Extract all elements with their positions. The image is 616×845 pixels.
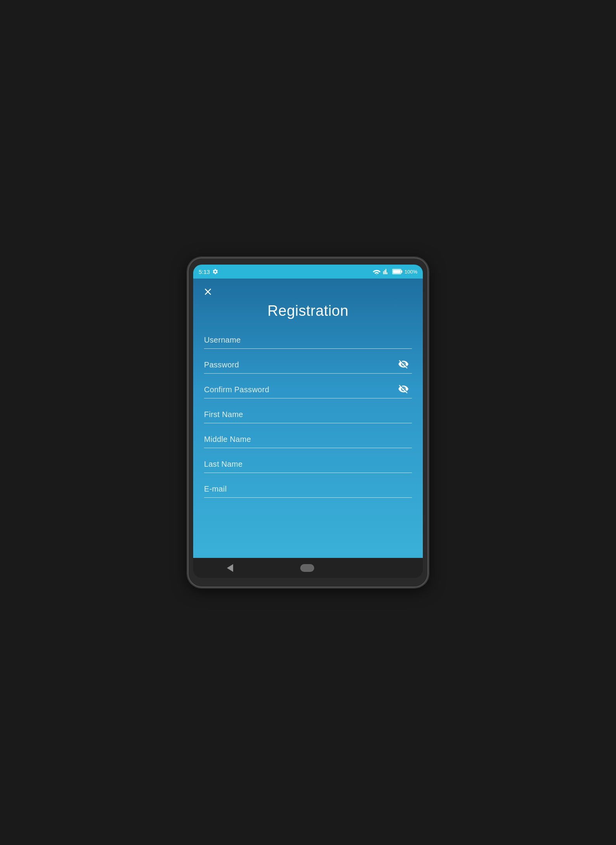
eye-off-icon-2 bbox=[398, 383, 409, 394]
app-header: Registration bbox=[193, 279, 423, 332]
tablet-screen: 5:13 100% bbox=[193, 265, 423, 578]
middle-name-field bbox=[204, 432, 412, 448]
gear-icon bbox=[212, 268, 218, 275]
last-name-field bbox=[204, 457, 412, 473]
first-name-input[interactable] bbox=[204, 407, 412, 423]
status-bar: 5:13 100% bbox=[193, 265, 423, 279]
confirm-password-visibility-toggle[interactable] bbox=[396, 382, 410, 396]
battery-icon bbox=[392, 269, 402, 274]
back-icon bbox=[227, 564, 233, 572]
email-input[interactable] bbox=[204, 481, 412, 498]
middle-name-input[interactable] bbox=[204, 432, 412, 448]
app-content: Registration bbox=[193, 279, 423, 558]
first-name-field bbox=[204, 407, 412, 423]
status-time-area: 5:13 bbox=[199, 268, 218, 275]
confirm-password-field bbox=[204, 382, 412, 398]
username-input[interactable] bbox=[204, 332, 412, 349]
email-field-container bbox=[204, 481, 412, 498]
status-icons: 100% bbox=[373, 268, 417, 275]
status-time: 5:13 bbox=[199, 268, 210, 275]
password-input[interactable] bbox=[204, 357, 412, 374]
signal-icon bbox=[383, 268, 390, 275]
wifi-icon bbox=[373, 268, 381, 275]
close-icon bbox=[202, 286, 213, 297]
nav-home-pill[interactable] bbox=[296, 560, 318, 576]
registration-form bbox=[193, 332, 423, 518]
eye-off-icon bbox=[398, 358, 409, 369]
battery-level: 100% bbox=[405, 269, 417, 275]
close-button[interactable] bbox=[201, 285, 215, 299]
svg-rect-1 bbox=[401, 270, 402, 273]
svg-rect-2 bbox=[393, 270, 400, 274]
username-field bbox=[204, 332, 412, 349]
home-icon bbox=[300, 564, 314, 572]
password-visibility-toggle[interactable] bbox=[396, 357, 410, 371]
tablet-frame: 5:13 100% bbox=[188, 258, 428, 587]
last-name-input[interactable] bbox=[204, 457, 412, 473]
page-title: Registration bbox=[201, 299, 415, 329]
password-field bbox=[204, 357, 412, 374]
confirm-password-input[interactable] bbox=[204, 382, 412, 398]
bottom-nav bbox=[193, 558, 423, 578]
nav-back-button[interactable] bbox=[223, 560, 237, 576]
